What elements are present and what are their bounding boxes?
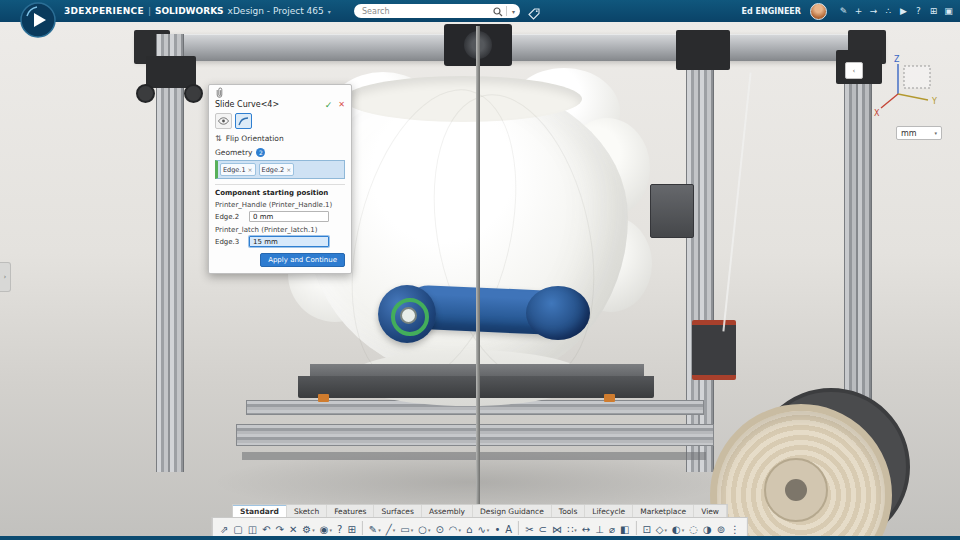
share-icon[interactable]: ∴ <box>881 0 896 22</box>
dialog-toolbar <box>215 113 345 129</box>
dimension-icon[interactable]: ↔ <box>580 519 592 537</box>
triad-x-label: X <box>874 109 880 118</box>
text-icon[interactable]: A <box>503 519 514 537</box>
search-icon[interactable] <box>493 2 503 21</box>
remove-chip-icon[interactable]: × <box>286 166 291 173</box>
flip-orientation-row[interactable]: ⇅ Flip Orientation <box>215 132 345 145</box>
app-window: 3DEXPERIENCE | SOLIDWORKS xDesign - Proj… <box>0 0 960 540</box>
circle-icon[interactable]: ○▾ <box>416 519 432 537</box>
flip-orientation-label[interactable]: Flip Orientation <box>226 134 284 143</box>
view-triad[interactable]: Z X Y <box>872 54 948 124</box>
brand-separator: | <box>148 6 151 16</box>
flip-icon[interactable]: ⇅ <box>215 134 222 143</box>
frame-left-column <box>156 34 184 472</box>
settings-icon[interactable]: ⚙▾ <box>300 519 316 537</box>
panel-collapse-button[interactable]: ‹ <box>845 62 863 79</box>
3d-viewport[interactable] <box>0 22 960 536</box>
new-document-icon[interactable]: ▢ <box>231 519 244 537</box>
view-orientation-icon[interactable]: ◇▾ <box>654 519 669 537</box>
export-icon[interactable]: → <box>866 0 881 22</box>
measure-icon[interactable]: ⌀ <box>607 519 617 537</box>
redo-icon[interactable]: ↷ <box>274 519 286 537</box>
curve-mode-icon[interactable] <box>235 113 252 129</box>
paperclip-icon[interactable] <box>215 87 224 100</box>
toolbar-separator <box>362 521 363 535</box>
search-bar[interactable]: Search ▾ <box>354 4 520 18</box>
offset-icon[interactable]: ⊂ <box>537 519 549 537</box>
search-input[interactable]: Search <box>354 7 493 16</box>
user-name[interactable]: Ed ENGINEER <box>742 7 801 16</box>
top-bar: 3DEXPERIENCE | SOLIDWORKS xDesign - Proj… <box>0 0 960 22</box>
edge2-distance-input[interactable] <box>249 211 329 222</box>
window-layout-icon[interactable]: ▣ <box>941 0 956 22</box>
confirm-button[interactable]: ✓ <box>325 100 333 110</box>
delete-icon[interactable]: ✕ <box>287 519 299 537</box>
toolbar-separator <box>518 521 519 535</box>
sketch-icon[interactable]: ✎▾ <box>367 519 383 537</box>
wireframe-icon[interactable]: ◌ <box>687 519 700 537</box>
more-tools-icon[interactable]: ⋮ <box>728 519 742 537</box>
toolbar-separator <box>635 521 636 535</box>
play-media-icon[interactable]: ▶ <box>896 0 911 22</box>
save-icon[interactable]: ◫ <box>246 519 259 537</box>
edge2-field-row: Edge.2 <box>215 211 345 222</box>
shaded-view-icon[interactable]: ◐▾ <box>670 519 686 537</box>
z-motor-block <box>676 30 730 70</box>
edge2-label: Edge.2 <box>215 213 245 221</box>
app-name: SOLIDWORKS <box>155 6 224 16</box>
topbar-icon-group: ✎+→∴▶?⊞▣ <box>836 0 956 22</box>
cancel-button[interactable]: ✕ <box>338 100 345 109</box>
units-dropdown[interactable]: mm ▾ <box>896 126 942 140</box>
show-hide-icon[interactable] <box>215 113 232 129</box>
help-icon[interactable]: ? <box>911 0 926 22</box>
rectangle-icon[interactable]: ▭▾ <box>398 519 415 537</box>
dialog-title: Slide Curve<4> <box>215 100 325 109</box>
undo-icon[interactable]: ↶ <box>260 519 272 537</box>
display-icon[interactable]: ◉▾ <box>318 519 334 537</box>
snapshot-icon[interactable]: ⊚ <box>715 519 727 537</box>
point-icon[interactable]: • <box>492 519 502 537</box>
annotate-icon[interactable]: ✎ <box>836 0 851 22</box>
table-icon[interactable]: ⊞ <box>345 519 357 537</box>
stepper-motor <box>650 184 694 238</box>
selection-chip-edge2[interactable]: Edge.2× <box>259 163 295 176</box>
trim-icon[interactable]: ✂ <box>523 519 535 537</box>
left-flyout-handle[interactable]: › <box>0 262 11 292</box>
appearance-icon[interactable]: ◑ <box>701 519 714 537</box>
apply-and-continue-button[interactable]: Apply and Continue <box>260 253 345 267</box>
apps-grid-icon[interactable]: ⊞ <box>926 0 941 22</box>
brand-block[interactable]: 3DEXPERIENCE | SOLIDWORKS xDesign - Proj… <box>64 0 331 22</box>
user-avatar[interactable] <box>810 3 827 20</box>
geometry-selection-box[interactable]: Edge.1× Edge.2× <box>215 160 345 179</box>
roller-wheel <box>184 84 203 103</box>
constraint-icon[interactable]: ⊥ <box>593 519 606 537</box>
help-tool-icon[interactable]: ? <box>335 519 344 537</box>
component-name-2: Printer_latch (Printer_latch.1) <box>215 226 345 234</box>
section-icon[interactable]: ◧ <box>618 519 631 537</box>
line-icon[interactable]: ╱▾ <box>384 519 398 537</box>
edge3-distance-input[interactable] <box>249 236 329 247</box>
geometry-count-badge: 2 <box>256 148 265 157</box>
base-rail-shadow <box>242 452 706 460</box>
component-name-1: Printer_Handle (Printer_Handle.1) <box>215 201 345 209</box>
plate-clip <box>318 394 329 402</box>
add-icon[interactable]: + <box>851 0 866 22</box>
ellipse-icon[interactable]: ⊙ <box>433 519 445 537</box>
latch-hub-core <box>400 307 417 324</box>
polygon-icon[interactable]: ⌂ <box>464 519 474 537</box>
workspace-title[interactable]: xDesign - Project 465 <box>228 6 324 16</box>
search-scope-caret-icon[interactable]: ▾ <box>510 8 520 15</box>
pattern-icon[interactable]: ∷▾ <box>565 519 579 537</box>
spline-icon[interactable]: ∿▾ <box>475 519 491 537</box>
triad-y-label: Y <box>931 97 937 106</box>
geometry-label: Geometry <box>215 148 252 157</box>
workspace-caret-icon[interactable]: ▾ <box>328 8 331 15</box>
remove-chip-icon[interactable]: × <box>248 166 253 173</box>
arc-icon[interactable]: ◠▾ <box>447 519 463 537</box>
selection-chip-edge1[interactable]: Edge.1× <box>220 163 256 176</box>
mirror-icon[interactable]: ⋈ <box>550 519 564 537</box>
tag-icon[interactable] <box>528 5 540 24</box>
export-tool-icon[interactable]: ⇗ <box>218 519 230 537</box>
zoom-fit-icon[interactable]: ⊡ <box>640 519 652 537</box>
compass-icon[interactable] <box>20 2 56 38</box>
